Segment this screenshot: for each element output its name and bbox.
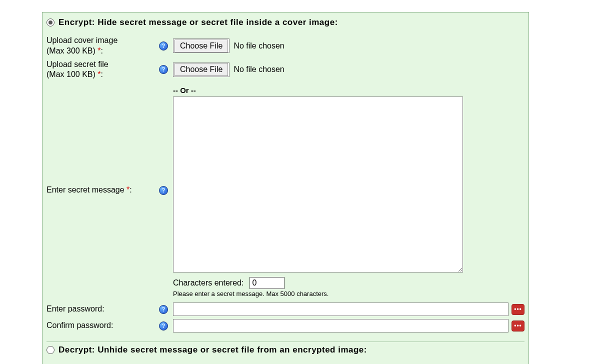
cover-image-label: Upload cover image (Max 300 KB) *: — [46, 36, 159, 56]
secret-message-hint: Please enter a secret message. Max 5000 … — [173, 290, 524, 298]
secret-message-label: Enter secret message *: — [46, 185, 159, 196]
secret-file-status: No file chosen — [230, 65, 288, 74]
secret-message-row: Enter secret message *: ? -- Or -- Chara… — [46, 83, 524, 298]
required-asterisk: * — [98, 46, 100, 55]
confirm-password-row: Confirm password: ? ••• — [46, 319, 524, 332]
encrypt-radio[interactable] — [46, 18, 54, 26]
cover-image-file-input[interactable]: Choose File — [173, 38, 230, 53]
decrypt-radio[interactable] — [46, 346, 54, 354]
password-row: Enter password: ? ••• — [46, 302, 524, 316]
char-count-row: Characters entered: — [173, 277, 524, 289]
section-divider — [46, 342, 524, 342]
choose-file-button[interactable]: Choose File — [174, 63, 228, 76]
secret-file-row: Upload secret file (Max 100 KB) *: ? Cho… — [46, 60, 524, 80]
password-reveal-icon[interactable]: ••• — [512, 320, 524, 332]
confirm-password-label: Confirm password: — [46, 320, 159, 331]
required-asterisk: * — [98, 70, 100, 78]
help-icon[interactable]: ? — [159, 322, 168, 330]
confirm-password-input[interactable] — [173, 319, 508, 332]
help-icon[interactable]: ? — [159, 186, 168, 195]
radio-selected-dot — [48, 20, 52, 24]
char-count-field — [250, 277, 284, 289]
password-label: Enter password: — [46, 304, 159, 314]
help-icon[interactable]: ? — [159, 42, 168, 50]
help-icon[interactable]: ? — [159, 305, 168, 314]
decrypt-header[interactable]: Decrypt: Unhide secret message or secret… — [46, 345, 524, 360]
encrypt-title: Encrypt: Hide secret message or secret f… — [58, 18, 338, 28]
decrypt-title: Decrypt: Unhide secret message or secret… — [58, 345, 367, 355]
encrypt-form: Upload cover image (Max 300 KB) *: ? Cho… — [42, 32, 528, 364]
secret-file-input[interactable]: Choose File — [173, 62, 230, 77]
or-label: -- Or -- — [173, 83, 524, 96]
help-icon[interactable]: ? — [159, 65, 168, 74]
password-reveal-icon[interactable]: ••• — [512, 304, 524, 315]
cover-image-row: Upload cover image (Max 300 KB) *: ? Cho… — [46, 36, 524, 56]
encrypt-header[interactable]: Encrypt: Hide secret message or secret f… — [42, 12, 528, 32]
choose-file-button[interactable]: Choose File — [174, 40, 228, 52]
password-input[interactable] — [173, 302, 508, 316]
required-asterisk: * — [126, 186, 130, 194]
secret-file-label: Upload secret file (Max 100 KB) *: — [46, 60, 159, 80]
char-count-label: Characters entered: — [173, 278, 244, 288]
secret-message-textarea[interactable] — [173, 96, 463, 272]
encrypt-panel: Encrypt: Hide secret message or secret f… — [42, 12, 529, 364]
cover-image-file-status: No file chosen — [230, 42, 288, 50]
